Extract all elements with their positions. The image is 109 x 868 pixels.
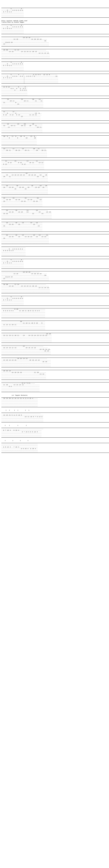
tab-block: ------13---------13-----10-------10-----… xyxy=(1,123,109,133)
tab-string-line: ----------------------------------------… xyxy=(1,190,109,191)
tab-string-line: --19-20-------11-14---------------------… xyxy=(1,284,109,285)
tab-string-line: --9-8-9-8-9-8------11-10-11-10-9-11-9-8-… xyxy=(1,310,109,312)
tab-string-line: ----------------------------------------… xyxy=(1,378,109,380)
tab-string-line: --6-7-6-5-6-------------|---------------… xyxy=(1,77,109,79)
tab-string-line: ----------------------------------------… xyxy=(1,376,109,378)
tab-string-line: ----------5----------4-- xyxy=(1,8,109,9)
tab-string-line: --6-7-6-5-6------------- xyxy=(1,11,109,13)
tab-string-line: --12------------------------------------… xyxy=(1,278,109,279)
tab-string-line: --12------------------------------------… xyxy=(1,43,109,45)
tab-block: ----------------------9-8-7-6-5-------11… xyxy=(1,382,109,392)
tab-document: ----------5----------4--------6-----8-6-… xyxy=(1,8,109,453)
tab-string-line: ----------------------------------------… xyxy=(1,227,109,228)
tab-string-line: ------------------------ xyxy=(1,302,109,304)
tab-block: ----------5----------4--------6-----8-6-… xyxy=(1,61,109,71)
tab-string-line: ---------------------------- xyxy=(1,94,109,96)
tab-string-line: -----------------------12---------------… xyxy=(1,345,109,347)
tab-string-line: --15--------15-----------15-----------15… xyxy=(1,197,109,199)
tab-string-line: -----------------------11-10-11-10-9-10-… xyxy=(1,322,109,324)
tab-string-line: ------6-----8-6-8-5-6-8- xyxy=(1,26,109,28)
tab-string-line: --11-----------9------------------------… xyxy=(1,102,109,103)
tab-string-line: ------------------------ xyxy=(1,68,109,69)
tab-string-line: --19-16-26-12-16-12-21-9-11-9-16-4----- xyxy=(1,398,109,399)
tab-block: --13--------11--------13----------10---1… xyxy=(1,148,109,158)
tab-string-line: --13-15--------------------------12-----… xyxy=(1,213,109,214)
tab-block: -----------------------12---------------… xyxy=(1,345,109,355)
tab-string-line: -----------18-19-16-15-------------11-10… xyxy=(1,372,109,373)
tab-string-line: ----------------------------------------… xyxy=(1,434,109,436)
tab-string-line: -----------------13---------------------… xyxy=(1,103,109,105)
tab-string-line: --18----13-16------13-16----16------13-1… xyxy=(1,187,109,188)
tab-string-line: ----------------------------------------… xyxy=(1,179,109,181)
tab-string-line: -------------------------------------- xyxy=(1,141,109,142)
tab-string-line: --13--------11--------13----------10---1… xyxy=(1,148,109,150)
tab-string-line: ----------------------------------------… xyxy=(1,204,109,205)
tab-string-line: ----------------------------------------… xyxy=(1,45,109,46)
tab-string-line: ------------------------|---------------… xyxy=(1,80,109,82)
tab-string-line: ------------------------ xyxy=(1,14,109,16)
tab-string-line: --14-16-14-13-16--------------16-15-14-1… xyxy=(1,359,109,361)
tab-string-line: ----------5----------4-- xyxy=(1,62,109,63)
tab-string-line: ----------------------------------------… xyxy=(1,315,109,316)
tab-string-line: ----------------------------------------… xyxy=(1,218,109,219)
tab-string-line: ----------------------------------------… xyxy=(1,205,109,207)
tab-string-line: ----------------------------------------… xyxy=(1,350,109,352)
tab-block: ----------5----------4--------6-----8-6-… xyxy=(1,296,109,306)
tab-block: --15--------15-----------15-----------15… xyxy=(1,197,109,207)
tab-string-line: ------------------------|---------------… xyxy=(1,79,109,80)
tab-string-line: -------------------------------------- xyxy=(1,139,109,141)
tab-string-line: --------------------------------------- xyxy=(1,402,109,404)
tab-block: ----------------------------------------… xyxy=(1,333,109,343)
tab-string-line: -----15--------16-----14----------13----… xyxy=(1,234,109,236)
tab-string-line: ----------------------------------------… xyxy=(1,433,109,434)
tab-string-line: ----------------------------------------… xyxy=(1,156,109,157)
tab-string-line: -------------14-16--------------14-19-16… xyxy=(1,273,109,275)
tab-string-line: ----------------------------------------… xyxy=(1,339,109,341)
tab-string-line: ----------------------------------------… xyxy=(1,230,109,231)
tab-string-line: ------13---------13-----10-------10-----… xyxy=(1,123,109,125)
tab-string-line: ----------5----------4-- xyxy=(1,259,109,260)
tab-string-line: --------------------------16------------… xyxy=(1,173,109,174)
tab-string-line: ----------------------------------------… xyxy=(1,151,109,153)
tab-string-line: --------------------------------------- xyxy=(1,404,109,405)
tab-string-line: -----13----13-16-13-16-13----16-18-16---… xyxy=(1,174,109,176)
tab-string-line: ----------------------9-8-7-6-5----- xyxy=(1,382,109,384)
tab-string-line: --13-16-21-9-11-9-18-6------------------… xyxy=(1,414,109,416)
tab-string-line: --9-12---9-12---9-12----------11-14-11--… xyxy=(1,114,109,116)
tab-string-line: ----------------------------------------… xyxy=(1,168,109,170)
tab-block: --------------------10------------------… xyxy=(1,320,109,331)
tab-string-line: --------------------------------------- xyxy=(1,450,109,451)
tab-string-line: --------------------------------------- xyxy=(1,445,109,446)
tab-string-line: --------9--------9--------10-------10- xyxy=(1,137,109,139)
tab-string-line: --13------10-11------10-11----10----11--… xyxy=(1,125,109,126)
tab-string-line: ----------------------------------------… xyxy=(1,214,109,216)
tab-string-line: --------------------------------------- xyxy=(1,399,109,401)
tab-string-line: -------11-----------------------------10… xyxy=(1,126,109,128)
tab-string-line: ------------------------ xyxy=(1,13,109,14)
tab-string-line: ----------------------------------------… xyxy=(1,279,109,281)
tab-string-line: ----------------------------------------… xyxy=(1,352,109,353)
tab-string-line: --11-12-11-10-11------------------------… xyxy=(1,324,109,326)
tab-string-line: ----------------------------------------… xyxy=(1,228,109,230)
tab-string-line: ----------------------------------------… xyxy=(1,361,109,363)
tab-string-line: --------------9-10----------------------… xyxy=(1,308,109,310)
tab-string-line: ----------------------------------------… xyxy=(1,419,109,421)
tab-string-line: ----------------------------------------… xyxy=(1,242,109,244)
tab-string-line: ---------10-11----------10-11-------11--… xyxy=(1,100,109,102)
tab-block: ----------------------------------------… xyxy=(1,428,109,438)
tab-string-line: ----------------------------------------… xyxy=(1,436,109,437)
tab-string-line: ------6-----8-6-8---6-8-|--8-9-8-7-8----… xyxy=(1,75,109,77)
tab-string-line: ------------------------ xyxy=(1,264,109,266)
tab-string-line: --16-15-14------------------------------… xyxy=(1,370,109,372)
tab-block: --11--------11--------------------------… xyxy=(1,111,109,121)
tab-string-line: ----------------------------------------… xyxy=(1,313,109,315)
tab-block: --------------9-10----------------------… xyxy=(1,308,109,318)
tab-string-line: -----10-11-----10-13-----10-11-------10-… xyxy=(1,150,109,151)
tab-string-line: -----13-16-----13-16--------13-16-------… xyxy=(1,199,109,200)
tab-string-line: --10--8----11--8----10--9------13--9-- xyxy=(1,135,109,137)
tab-block: -----------------------19-19-16---------… xyxy=(1,37,109,46)
tab-string-line: --11-9-12---------5------4-- xyxy=(1,86,109,88)
tab-string-line: ----------------------------------------… xyxy=(1,421,109,422)
tab-annotation: T T T T T T xyxy=(1,410,109,411)
tab-string-line: --9-12----------------9-12--------------… xyxy=(1,163,109,165)
